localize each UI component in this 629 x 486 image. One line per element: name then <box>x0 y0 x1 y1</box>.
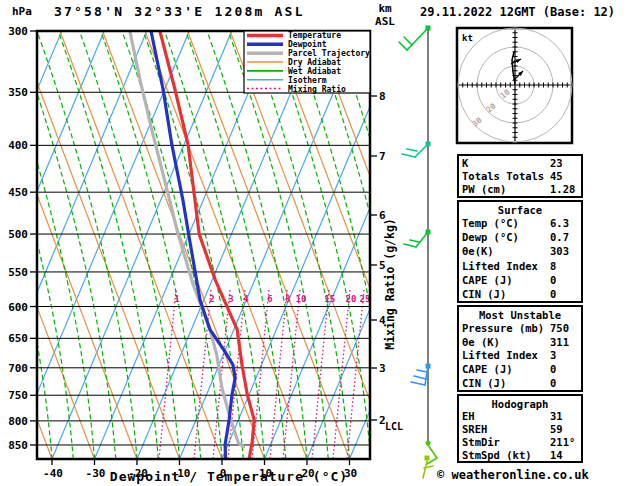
row-label: StmDir <box>462 436 500 448</box>
legend-label: Dewpoint <box>288 39 327 49</box>
table-row: θe (K)311 <box>459 335 581 349</box>
pressure-tick-label: 850 <box>8 439 28 452</box>
row-label: Pressure (mb) <box>462 322 544 334</box>
table-section-title: Surface <box>459 202 581 216</box>
row-value: 45 <box>550 170 563 182</box>
row-value: 59 <box>550 423 563 435</box>
row-label: EH <box>462 410 475 422</box>
mixing-ratio-line <box>347 290 364 459</box>
mixing-ratio-value-label: 4 <box>243 294 249 304</box>
mixing-ratio-line <box>252 290 269 459</box>
table-row: StmDir211° <box>459 436 581 449</box>
lcl-label: LCL <box>385 421 403 432</box>
mixing-ratio-value-label: 1 <box>174 294 179 304</box>
table-row: θe(K)303 <box>459 244 581 258</box>
table-row: CAPE (J)0 <box>459 273 581 287</box>
row-value: 0 <box>550 288 556 300</box>
pressure-tick-label: 450 <box>8 186 28 199</box>
x-axis-title: Dewpoint / Temperature (°C) <box>110 469 348 484</box>
row-value: 303 <box>550 245 569 257</box>
pressure-axis-unit: hPa <box>12 5 32 18</box>
altitude-axis-unit: km ASL <box>368 2 402 28</box>
row-value: 311 <box>550 336 569 348</box>
row-value: 6.3 <box>550 217 569 229</box>
wind-barb-feather <box>410 240 419 242</box>
table-row: Pressure (mb)750 <box>459 321 581 335</box>
altitude-tick-label: 3 <box>379 362 386 375</box>
wind-barb-feather <box>404 244 416 247</box>
table-row: SREH59 <box>459 423 581 436</box>
wind-barb-feather <box>404 37 412 45</box>
row-label: StmSpd (kt) <box>462 449 532 461</box>
row-value: 750 <box>550 322 569 334</box>
altitude-tick-label: 8 <box>379 90 386 103</box>
wind-barb-feather <box>407 149 417 151</box>
row-label: CIN (J) <box>462 377 506 389</box>
table-row: StmSpd (kt)14 <box>459 448 581 461</box>
hodograph-unit-label: kt <box>462 33 473 43</box>
asl-unit: ASL <box>375 15 395 28</box>
pressure-tick-label: 350 <box>8 86 28 99</box>
wind-barb-feather <box>414 376 426 379</box>
row-label: Temp (°C) <box>462 217 519 229</box>
table-row: Lifted Index8 <box>459 259 581 273</box>
row-value: 3 <box>550 349 556 361</box>
row-value: 0.7 <box>550 231 569 243</box>
row-label: PW (cm) <box>462 183 506 195</box>
mixing-ratio-line <box>270 290 287 459</box>
table-row: CIN (J)0 <box>459 287 581 301</box>
row-label: K <box>462 157 468 169</box>
table-row: Temp (°C)6.3 <box>459 216 581 230</box>
km-unit: km <box>378 2 391 15</box>
row-value: 0 <box>550 274 556 286</box>
row-label: Dewp (°C) <box>462 231 519 243</box>
station-title: 37°58'N 32°33'E 1208m ASL <box>54 4 305 19</box>
temperature-tick-label: -40 <box>43 467 63 480</box>
row-label: SREH <box>462 423 487 435</box>
pressure-tick-label: 550 <box>8 266 28 279</box>
run-datetime: 29.11.2022 12GMT (Base: 12) <box>420 5 615 19</box>
pressure-tick-label: 800 <box>8 415 28 428</box>
row-value: 8 <box>550 260 556 272</box>
row-value: 14 <box>550 449 563 461</box>
wind-barb-feather <box>411 382 425 385</box>
row-label: θe(K) <box>462 245 494 257</box>
mixing-ratio-value-label: 20 <box>346 294 357 304</box>
mixing-ratio-value-label: 10 <box>296 294 307 304</box>
table-row: CIN (J)0 <box>459 376 581 390</box>
altitude-tick-label: 7 <box>379 150 386 163</box>
row-value: 0 <box>550 377 556 389</box>
table-row: Lifted Index3 <box>459 349 581 363</box>
table-section-title: Most Unstable <box>459 307 581 321</box>
legend-label: Dry Adiabat <box>288 57 341 67</box>
pressure-tick-label: 750 <box>8 389 28 402</box>
pressure-tick-label: 300 <box>8 25 28 38</box>
row-label: CIN (J) <box>462 288 506 300</box>
row-value: 31 <box>550 410 563 422</box>
row-value: 23 <box>550 157 563 169</box>
mixing-ratio-value-label: 6 <box>267 294 272 304</box>
table-row: Totals Totals45 <box>459 169 581 182</box>
mixing-ratio-axis-title: Mixing Ratio (g/kg) <box>383 218 397 350</box>
temperature-tick-label: -30 <box>86 467 106 480</box>
wind-barb-marker <box>425 456 430 461</box>
legend-label: Wet Adiabat <box>288 66 341 76</box>
wind-barb-feather <box>402 154 415 157</box>
mixing-ratio-value-label: 15 <box>325 294 336 304</box>
legend-label: Temperature <box>288 31 341 40</box>
mixing-ratio-value-label: 3 <box>228 294 233 304</box>
table-row: Dewp (°C)0.7 <box>459 230 581 244</box>
wind-barb-feather <box>417 370 427 372</box>
most-unstable-table: Most Unstable Pressure (mb)750 θe (K)311… <box>457 305 583 392</box>
pressure-tick-label: 650 <box>8 332 28 345</box>
surface-table: Surface Temp (°C)6.3 Dewp (°C)0.7 θe(K)3… <box>457 200 583 303</box>
row-value: 1.28 <box>550 183 575 195</box>
wind-barb-feather <box>399 42 407 50</box>
hodograph-table: Hodograph EH31 SREH59 StmDir211° StmSpd … <box>457 394 583 463</box>
pressure-tick-label: 700 <box>8 362 28 375</box>
row-label: CAPE (J) <box>462 274 513 286</box>
wind-barb <box>423 461 427 478</box>
copyright-note: © weatheronline.co.uk <box>437 468 589 482</box>
row-label: Totals Totals <box>462 170 544 182</box>
wind-barb <box>427 445 437 464</box>
